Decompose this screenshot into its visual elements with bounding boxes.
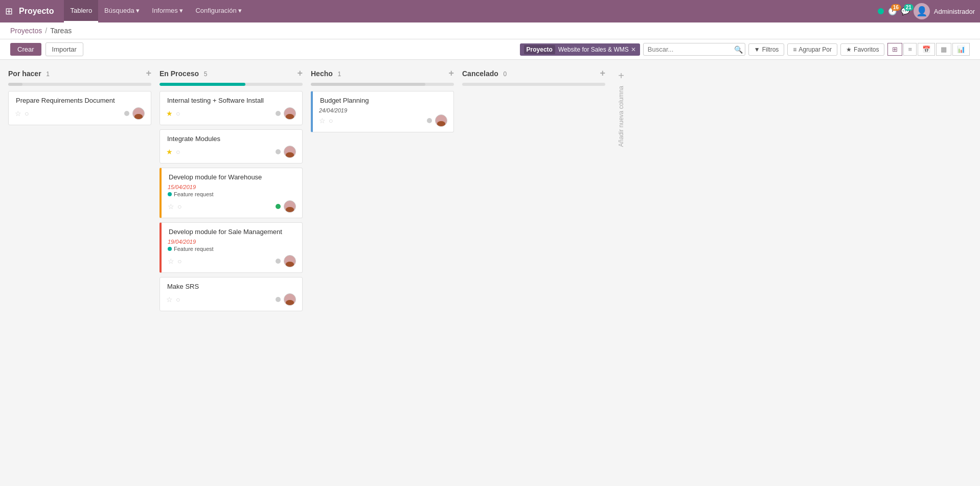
card-footer-internal: ★ ○ <box>166 107 296 120</box>
star-icon-warehouse[interactable]: ☆ <box>168 202 174 211</box>
avatar-warehouse <box>284 200 296 213</box>
breadcrumb-separator: / <box>45 27 47 35</box>
add-col-label: Añadir nueva columna <box>618 86 625 147</box>
filter-icon: ▼ <box>754 46 760 53</box>
filters-button[interactable]: ▼ Filtros <box>748 43 785 56</box>
card-srs[interactable]: Make SRS ☆ ○ <box>159 277 303 311</box>
avatar-sale <box>284 255 296 267</box>
star-icon-budget[interactable]: ☆ <box>319 117 326 125</box>
card-title-integrate: Integrate Modules <box>166 135 296 143</box>
breadcrumb-projects[interactable]: Proyectos <box>10 27 42 35</box>
card-footer-prepare: ☆ ○ <box>15 107 145 120</box>
filter-tag-proyecto: Proyecto Website for Sales & WMS ✕ <box>520 43 640 56</box>
importar-button[interactable]: Importar <box>45 42 83 56</box>
column-count-hecho: 1 <box>337 71 341 78</box>
card-internal[interactable]: Internal testing + Software Install ★ ○ <box>159 91 303 125</box>
circle-icon-warehouse[interactable]: ○ <box>177 202 181 211</box>
column-title-por-hacer: Por hacer <box>8 70 41 78</box>
search-area: Proyecto Website for Sales & WMS ✕ 🔍 ▼ F… <box>520 43 970 56</box>
filter-tag-label: Proyecto <box>524 45 555 54</box>
status-dot-warehouse <box>276 204 281 209</box>
card-footer-sale: ☆ ○ <box>168 255 296 267</box>
top-navigation: ⊞ Proyecto Tablero Búsqueda ▾ Informes ▾… <box>0 0 980 22</box>
column-add-por-hacer[interactable]: + <box>146 68 151 79</box>
column-cancelado: Cancelado 0 + <box>462 68 605 91</box>
circle-icon-sale[interactable]: ○ <box>177 257 181 265</box>
clock-icon-btn[interactable]: 🕐 16 <box>888 7 897 15</box>
filter-tag-value: Website for Sales & WMS <box>558 46 629 53</box>
column-header-cancelado: Cancelado 0 + <box>462 68 605 79</box>
card-date-sale: 19/04/2019 <box>168 239 296 245</box>
card-prepare[interactable]: Prepare Requirements Document ☆ ○ <box>8 91 151 125</box>
clock-badge: 16 <box>891 4 901 11</box>
apps-icon[interactable]: ⊞ <box>5 6 13 17</box>
nav-tablero[interactable]: Tablero <box>64 0 98 22</box>
group-by-button[interactable]: ≡ Agrupar Por <box>787 43 837 56</box>
view-list-button[interactable]: ≡ <box>903 43 917 56</box>
column-hecho: Hecho 1 + Budget Planning 24/04/2019 ☆ ○ <box>311 68 454 136</box>
chat-icon-btn[interactable]: 💬 21 <box>901 7 909 15</box>
column-header-por-hacer: Por hacer 1 + <box>8 68 151 79</box>
view-table-button[interactable]: ▦ <box>936 43 951 56</box>
column-add-hecho[interactable]: + <box>448 68 454 79</box>
status-dot-integrate <box>276 149 281 154</box>
circle-icon-srs[interactable]: ○ <box>176 295 180 304</box>
online-indicator <box>878 8 884 14</box>
add-col-plus-icon: + <box>618 70 624 82</box>
search-input-wrap: 🔍 <box>643 43 745 56</box>
star-fav-icon: ★ <box>846 46 852 53</box>
star-icon-prepare[interactable]: ☆ <box>15 109 21 118</box>
search-button[interactable]: 🔍 <box>734 45 743 54</box>
view-kanban-button[interactable]: ⊞ <box>887 43 902 56</box>
nav-informes[interactable]: Informes ▾ <box>146 0 189 22</box>
card-title-srs: Make SRS <box>166 283 296 290</box>
crear-button[interactable]: Crear <box>10 43 41 56</box>
circle-icon-integrate[interactable]: ○ <box>176 148 180 156</box>
nav-busqueda[interactable]: Búsqueda ▾ <box>98 0 146 22</box>
add-new-column-button[interactable]: + Añadir nueva columna <box>613 68 629 147</box>
subheader: Proyectos / Tareas <box>0 22 980 39</box>
circle-icon-prepare[interactable]: ○ <box>25 109 29 118</box>
user-avatar[interactable]: 👤 <box>914 3 930 19</box>
card-sale[interactable]: Develop module for Sale Management 19/04… <box>159 222 303 273</box>
star-icon-internal[interactable]: ★ <box>166 109 173 118</box>
card-footer-srs: ☆ ○ <box>166 293 296 306</box>
column-count-en-proceso: 5 <box>204 71 208 78</box>
column-header-en-proceso: En Proceso 5 + <box>159 68 303 79</box>
column-por-hacer: Por hacer 1 + Prepare Requirements Docum… <box>8 68 151 129</box>
board-container: Por hacer 1 + Prepare Requirements Docum… <box>0 60 980 464</box>
avatar-srs <box>284 293 296 306</box>
progress-por-hacer <box>8 83 151 86</box>
favorites-button[interactable]: ★ Favoritos <box>840 43 884 56</box>
filter-remove-icon[interactable]: ✕ <box>631 46 636 53</box>
tag-dot-sale <box>168 247 172 251</box>
avatar-budget <box>435 114 447 127</box>
card-budget[interactable]: Budget Planning 24/04/2019 ☆ ○ <box>311 91 454 132</box>
card-title-prepare: Prepare Requirements Document <box>15 97 145 104</box>
card-integrate[interactable]: Integrate Modules ★ ○ <box>159 129 303 164</box>
card-tag-sale: Feature request <box>168 246 296 252</box>
column-add-en-proceso[interactable]: + <box>297 68 303 79</box>
star-icon-integrate[interactable]: ★ <box>166 148 173 156</box>
search-input[interactable] <box>643 43 745 56</box>
card-footer-warehouse: ☆ ○ <box>168 200 296 213</box>
circle-icon-budget[interactable]: ○ <box>329 117 333 125</box>
view-chart-button[interactable]: 📊 <box>952 43 970 56</box>
star-icon-srs[interactable]: ☆ <box>166 295 173 304</box>
nav-configuracion[interactable]: Configuración ▾ <box>189 0 248 22</box>
star-icon-sale[interactable]: ☆ <box>168 257 174 265</box>
column-title-hecho: Hecho <box>311 70 333 78</box>
card-warehouse[interactable]: Develop module for Warehouse 15/04/2019 … <box>159 168 303 218</box>
progress-fill-por-hacer <box>8 83 22 86</box>
card-title-warehouse: Develop module for Warehouse <box>168 173 296 181</box>
column-add-cancelado[interactable]: + <box>600 68 605 79</box>
column-count-por-hacer: 1 <box>46 71 50 78</box>
view-calendar-button[interactable]: 📅 <box>918 43 935 56</box>
card-title-budget: Budget Planning <box>319 97 447 104</box>
circle-icon-internal[interactable]: ○ <box>176 109 180 118</box>
status-dot-budget <box>427 118 432 123</box>
column-header-hecho: Hecho 1 + <box>311 68 454 79</box>
card-tag-warehouse: Feature request <box>168 191 296 197</box>
column-title-cancelado: Cancelado <box>462 70 498 78</box>
avatar-prepare <box>132 107 145 120</box>
